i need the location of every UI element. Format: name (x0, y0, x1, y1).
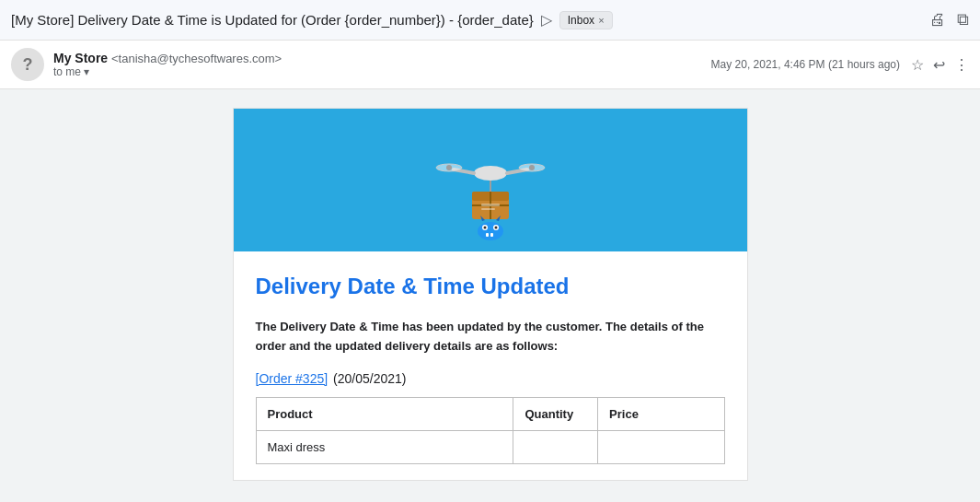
svg-point-6 (529, 165, 535, 170)
svg-rect-12 (481, 204, 500, 206)
table-header-row: Product Quantity Price (256, 397, 724, 430)
inbox-badge: Inbox × (559, 11, 613, 29)
svg-point-14 (478, 222, 503, 240)
table-header-quantity: Quantity (513, 397, 598, 430)
table-cell-price (598, 430, 724, 463)
email-text-body: Delivery Date & Time Updated The Deliver… (234, 251, 747, 479)
inbox-close-button[interactable]: × (598, 15, 604, 26)
table-header-product: Product (256, 397, 513, 430)
email-body: Delivery Date & Time Updated The Deliver… (233, 108, 748, 481)
sender-info: My Store <tanisha@tychesoftwares.com> to… (53, 51, 711, 78)
order-info-row: [Order #325] (20/05/2021) (256, 371, 725, 386)
email-subject: [My Store] Delivery Date & Time is Updat… (11, 11, 915, 29)
svg-rect-19 (486, 233, 489, 237)
svg-point-16 (483, 226, 486, 228)
email-subject-text: [My Store] Delivery Date & Time is Updat… (11, 12, 534, 28)
table-cell-product: Maxi dress (256, 430, 513, 463)
avatar-icon: ? (23, 55, 33, 75)
order-table: Product Quantity Price Maxi dress (256, 397, 725, 464)
new-tab-icon[interactable]: ⧉ (957, 10, 969, 29)
email-header-bar: [My Store] Delivery Date & Time is Updat… (0, 0, 980, 41)
email-description: The Delivery Date & Time has been update… (256, 318, 725, 356)
more-options-icon[interactable]: ⋮ (954, 56, 969, 74)
header-actions: 🖨 ⧉ (929, 10, 969, 29)
sender-to-dropdown[interactable]: ▾ (84, 65, 89, 78)
avatar: ? (11, 48, 44, 81)
table-cell-quantity (513, 430, 598, 463)
forward-icon[interactable]: ▷ (541, 11, 552, 29)
sender-meta-icons: ☆ ↩ ⋮ (911, 56, 969, 74)
svg-point-5 (446, 165, 452, 170)
print-icon[interactable]: 🖨 (929, 10, 946, 29)
table-row: Maxi dress (256, 430, 724, 463)
star-icon[interactable]: ☆ (911, 56, 924, 74)
reply-icon[interactable]: ↩ (933, 56, 945, 74)
email-title: Delivery Date & Time Updated (256, 274, 725, 299)
sender-to-row: to me ▾ (53, 65, 711, 78)
email-timestamp: May 20, 2021, 4:46 PM (21 hours ago) (711, 58, 900, 71)
email-content-area: Delivery Date & Time Updated The Deliver… (0, 89, 980, 499)
svg-rect-20 (490, 233, 493, 237)
sender-row: ? My Store <tanisha@tychesoftwares.com> … (0, 41, 980, 89)
drone-illustration (426, 116, 555, 245)
table-header-price: Price (598, 397, 724, 430)
sender-name-row: My Store <tanisha@tychesoftwares.com> (53, 51, 711, 65)
order-date: (20/05/2021) (333, 371, 406, 386)
sender-email: <tanisha@tychesoftwares.com> (111, 52, 282, 65)
sender-name: My Store (53, 51, 108, 65)
svg-point-18 (494, 226, 497, 228)
order-link[interactable]: [Order #325] (256, 371, 329, 386)
inbox-label: Inbox (568, 14, 594, 27)
sender-to-label: to me (53, 65, 81, 78)
svg-rect-13 (481, 208, 495, 210)
svg-point-0 (474, 166, 507, 181)
sender-meta: May 20, 2021, 4:46 PM (21 hours ago) ☆ ↩… (711, 56, 969, 74)
hero-banner (234, 109, 747, 251)
